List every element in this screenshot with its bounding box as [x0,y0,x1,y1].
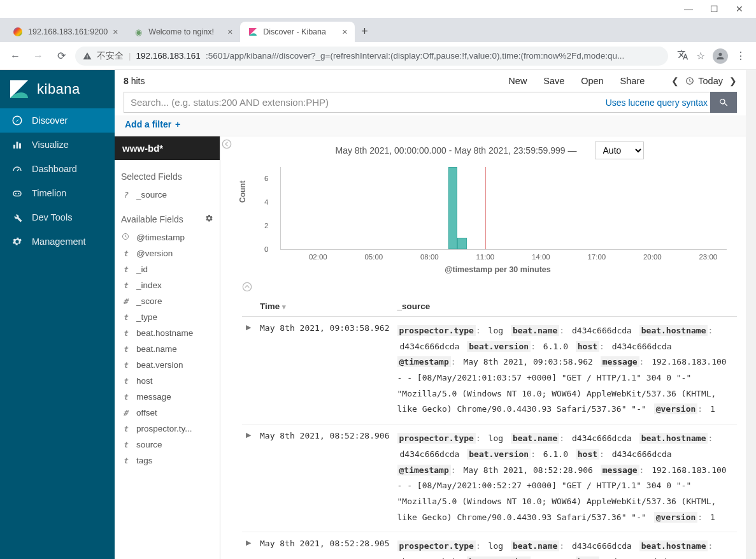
url-input[interactable]: 不安全 | 192.168.183.161:5601/app/kibana#/d… [75,47,668,66]
open-link[interactable]: Open [581,76,603,86]
field-item[interactable]: t_id [121,261,213,277]
field-item[interactable]: ttags [121,453,213,468]
field-type-icon: # [121,297,130,306]
browser-tab[interactable]: ◉Welcome to nginx!× [125,22,240,42]
translate-icon[interactable] [677,49,688,63]
field-item[interactable]: tbeat.hostname [121,325,213,341]
field-item[interactable]: tsource [121,437,213,453]
wrench-icon [11,212,23,223]
table-row: ▶May 8th 2021, 08:52:28.906prospector.ty… [242,425,737,532]
tab-close-icon[interactable]: × [227,27,232,37]
page-scrollbar[interactable] [746,70,756,559]
nav-item-management[interactable]: Management [0,229,115,254]
new-tab-button[interactable]: + [355,21,374,42]
tab-title: Discover - Kibana [263,27,326,36]
field-name: _score [136,296,213,306]
new-link[interactable]: New [508,76,527,86]
table-row: ▶May 8th 2021, 08:52:28.905prospector.ty… [242,532,737,559]
field-name: source [136,440,213,449]
chart-ylabel: Count [238,180,247,203]
nav-item-timelion[interactable]: Timelion [0,181,115,205]
close-icon[interactable]: ✕ [727,4,752,14]
field-item[interactable]: thost [121,373,213,389]
minimize-icon[interactable]: — [676,4,701,14]
svg-point-12 [222,140,231,148]
kebab-menu-icon[interactable]: ⋮ [736,50,746,62]
kibana-logo[interactable]: kibana [0,70,115,108]
col-source[interactable]: _source [394,296,738,317]
field-name: @timestamp [136,233,213,242]
url-host: 192.168.183.161 [136,51,201,61]
save-link[interactable]: Save [543,76,564,86]
histogram-bar[interactable] [448,167,458,249]
time-next-icon[interactable]: ❯ [729,76,737,86]
field-name: offset [136,408,213,417]
field-type-icon: # [121,409,130,417]
index-pattern-selector[interactable]: www-bd* [115,136,220,160]
field-type-icon: t [121,345,130,354]
selected-fields-title: Selected Fields [121,171,213,182]
col-time[interactable]: Time ▾ [256,296,394,317]
expand-row-icon[interactable]: ▶ [242,532,256,559]
svg-point-13 [243,282,251,291]
field-item[interactable]: t@version [121,245,213,261]
field-item[interactable]: t_index [121,277,213,293]
field-name: beat.version [136,360,213,370]
histogram-bar[interactable] [457,238,467,249]
browser-tab[interactable]: Discover - Kibana× [240,22,355,42]
insecure-icon [83,52,92,61]
field-item[interactable]: @timestamp [121,229,213,245]
star-icon[interactable]: ☆ [696,50,705,62]
tab-close-icon[interactable]: × [113,27,118,37]
histogram-chart[interactable]: Count 024602:0005:0008:0011:0014:0017:00… [233,164,746,279]
field-item[interactable]: t_type [121,309,213,325]
share-link[interactable]: Share [620,76,645,86]
field-type-icon: t [121,313,130,322]
field-type-icon [121,233,130,242]
scroll-top-icon[interactable] [233,279,746,296]
nav-label: Dev Tools [32,212,72,222]
field-item[interactable]: tbeat.name [121,341,213,357]
field-item[interactable]: #_score [121,293,213,309]
expand-row-icon[interactable]: ▶ [242,425,256,532]
field-item[interactable]: tbeat.version [121,357,213,373]
svg-point-10 [18,193,19,194]
top-actions: New Save Open Share [494,76,645,86]
collapse-fields-icon[interactable] [220,136,233,559]
field-name: tags [136,456,213,465]
back-icon[interactable]: ← [6,50,24,62]
fields-settings-icon[interactable] [205,214,213,224]
field-name: beat.hostname [136,328,213,338]
browser-tab[interactable]: 192.168.183.161:9200× [5,22,125,42]
field-item[interactable]: #offset [121,405,213,421]
search-button[interactable] [710,92,737,113]
nav-item-visualize[interactable]: Visualize [0,133,115,157]
interval-select[interactable]: Auto [595,142,644,159]
expand-row-icon[interactable]: ▶ [242,317,256,425]
chart-xlabel: @timestamp per 30 minutes [269,265,727,274]
add-filter-link[interactable]: Add a filter + [124,119,180,129]
field-name: _type [136,312,213,322]
nav-label: Timelion [32,188,66,198]
time-prev-icon[interactable]: ❮ [671,76,679,86]
svg-rect-8 [13,191,21,196]
nav-item-discover[interactable]: Discover [0,108,115,133]
y-tick: 4 [264,198,268,206]
browser-address-bar: ← → ⟳ 不安全 | 192.168.183.161:5601/app/kib… [0,42,756,70]
time-cell: May 8th 2021, 08:52:28.905 [256,532,394,559]
field-item[interactable]: tprospector.ty... [121,421,213,437]
nav-item-dashboard[interactable]: Dashboard [0,157,115,181]
time-cell: May 8th 2021, 09:03:58.962 [256,317,394,425]
field-item[interactable]: ?_source [121,187,213,203]
tab-close-icon[interactable]: × [342,27,347,37]
lucene-syntax-link[interactable]: Uses lucene query syntax [606,98,708,108]
url-security: 不安全 [97,50,124,62]
forward-icon[interactable]: → [29,50,47,62]
nav-item-dev-tools[interactable]: Dev Tools [0,205,115,229]
maximize-icon[interactable]: ☐ [701,4,727,14]
reload-icon[interactable]: ⟳ [52,50,70,62]
field-item[interactable]: tmessage [121,389,213,405]
time-picker-button[interactable]: Today [685,76,723,86]
profile-avatar-icon[interactable] [713,48,728,64]
svg-rect-6 [19,143,21,149]
